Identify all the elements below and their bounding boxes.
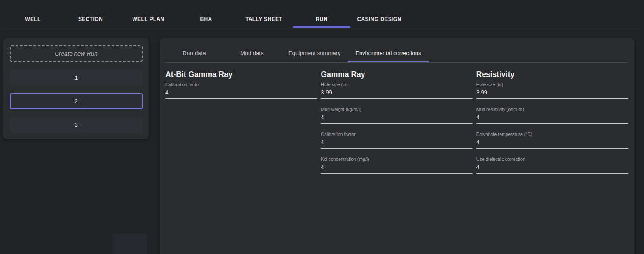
field-hole-size: Hole size (in) 3.99 — [476, 82, 628, 99]
field-label: Mud weight (kg/m3) — [321, 107, 472, 112]
main-nav-tabs: WELL SECTION WELL PLAN BHA TALLY SHEET R… — [4, 10, 408, 28]
tab-label: Mud data — [240, 50, 264, 56]
nav-tab-well-plan[interactable]: WELL PLAN — [119, 10, 177, 28]
section-title: Gamma Ray — [321, 70, 472, 79]
dielectric-correction-input[interactable]: 4 — [476, 164, 628, 174]
nav-tab-label: BHA — [200, 16, 212, 22]
run-item-3[interactable]: 3 — [10, 117, 143, 133]
hole-size-input[interactable]: 3.99 — [321, 89, 472, 99]
top-navbar: WELL SECTION WELL PLAN BHA TALLY SHEET R… — [0, 0, 644, 28]
active-tab-indicator — [293, 26, 350, 28]
field-mud-weight: Mud weight (kg/m3) 4 — [321, 107, 472, 124]
run-list-panel: Create new Run 1 2 3 — [4, 38, 149, 139]
field-label: Kci concentration (mg/l) — [321, 157, 472, 162]
tab-run-data[interactable]: Run data — [165, 38, 223, 62]
field-mud-resistivity: Mud resistivity (ohm-m) 4 — [476, 107, 628, 124]
field-label: Hole size (in) — [321, 82, 472, 87]
field-hole-size: Hole size (in) 3.99 — [321, 82, 472, 99]
tab-environmental-corrections[interactable]: Environmental corrections — [348, 38, 428, 62]
downhole-temperature-input[interactable]: 4 — [476, 139, 628, 149]
hole-size-input[interactable]: 3.99 — [476, 89, 628, 99]
nav-tab-label: WELL PLAN — [132, 16, 164, 22]
run-detail-tabs: Run data Mud data Equipment summary Envi… — [165, 38, 429, 62]
tab-label: Equipment summary — [288, 50, 340, 56]
create-new-run-button[interactable]: Create new Run — [10, 45, 143, 62]
calibration-factor-input[interactable]: 4 — [165, 89, 317, 99]
mud-weight-input[interactable]: 4 — [321, 114, 472, 124]
nav-tab-label: TALLY SHEET — [245, 16, 282, 22]
mud-resistivity-input[interactable]: 4 — [476, 114, 628, 124]
field-dielectric-correction: Use dielectric correction 4 — [476, 157, 628, 174]
field-calibration-factor: Calibration factor 4 — [321, 132, 472, 149]
nav-tab-label: SECTION — [78, 16, 103, 22]
nav-tab-well[interactable]: WELL — [4, 10, 62, 28]
field-downhole-temperature: Downhole temperature (°C) 4 — [476, 132, 628, 149]
run-item-1[interactable]: 1 — [10, 70, 143, 86]
nav-tab-bha[interactable]: BHA — [177, 10, 235, 28]
field-label: Mud resistivity (ohm-m) — [476, 107, 628, 112]
section-title: Resistivity — [476, 70, 628, 79]
tab-mud-data[interactable]: Mud data — [223, 38, 281, 62]
nav-tab-label: CASING DESIGN — [357, 16, 401, 22]
field-calibration-factor: Calibration factor 4 — [165, 82, 317, 99]
navbar-divider — [4, 28, 640, 28]
nav-tab-tally-sheet[interactable]: TALLY SHEET — [235, 10, 293, 28]
kci-concentration-input[interactable]: 4 — [321, 164, 472, 174]
field-label: Calibration factor — [321, 132, 472, 137]
section-title: At-Bit Gamma Ray — [165, 70, 317, 79]
corrections-columns: At-Bit Gamma Ray Calibration factor 4 Ga… — [165, 63, 628, 181]
nav-tab-run[interactable]: RUN — [293, 10, 350, 28]
nav-tab-section[interactable]: SECTION — [62, 10, 119, 28]
run-details-panel: Run data Mud data Equipment summary Envi… — [160, 38, 634, 254]
section-gamma-ray: Gamma Ray Hole size (in) 3.99 Mud weight… — [321, 70, 472, 181]
section-resistivity: Resistivity Hole size (in) 3.99 Mud resi… — [476, 70, 628, 181]
run-item-2[interactable]: 2 — [10, 93, 143, 109]
calibration-factor-input[interactable]: 4 — [321, 139, 472, 149]
tab-equipment-summary[interactable]: Equipment summary — [281, 38, 348, 62]
tab-label: Environmental corrections — [355, 50, 421, 56]
section-at-bit-gamma-ray: At-Bit Gamma Ray Calibration factor 4 — [165, 70, 317, 181]
field-kci-concentration: Kci concentration (mg/l) 4 — [321, 157, 472, 174]
nav-tab-label: RUN — [315, 16, 327, 22]
nav-tab-label: WELL — [25, 16, 41, 22]
tab-label: Run data — [183, 50, 206, 56]
partial-hidden-element — [112, 233, 147, 254]
field-label: Use dielectric correction — [476, 157, 628, 162]
nav-tab-casing-design[interactable]: CASING DESIGN — [350, 10, 408, 28]
field-label: Hole size (in) — [476, 82, 628, 87]
field-label: Calibration factor — [165, 82, 317, 87]
field-label: Downhole temperature (°C) — [476, 132, 628, 137]
